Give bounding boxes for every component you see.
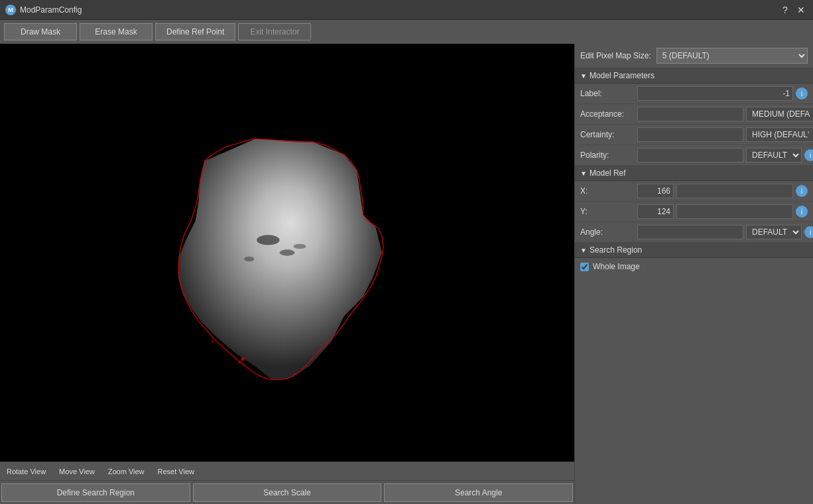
search-region-header: ▼ Search Region bbox=[575, 243, 813, 258]
svg-point-7 bbox=[211, 340, 214, 343]
search-region-title: Search Region bbox=[590, 245, 642, 255]
bottom-buttons: Define Search Region Search Scale Search… bbox=[0, 480, 574, 504]
whole-image-checkbox[interactable] bbox=[580, 263, 589, 271]
acceptance-input-left[interactable] bbox=[637, 107, 743, 121]
label-field-label: Label: bbox=[580, 89, 633, 98]
certainty-input-left[interactable] bbox=[637, 127, 743, 142]
empty-region bbox=[575, 275, 813, 504]
title-bar-controls: ? ✕ bbox=[779, 3, 808, 17]
reset-view-button[interactable]: Reset View bbox=[158, 468, 194, 475]
title-bar-left: M ModParamConfig bbox=[5, 5, 82, 15]
whole-image-label: Whole Image bbox=[593, 262, 640, 271]
polarity-select[interactable]: DEFAULT bbox=[746, 148, 802, 162]
y-info-icon[interactable]: i bbox=[796, 206, 808, 218]
right-panel: Edit Pixel Map Size: 5 (DEFAULT) ▼ Model… bbox=[574, 44, 813, 504]
toolbar: Draw Mask Erase Mask Define Ref Point Ex… bbox=[0, 20, 813, 44]
search-region-triangle-icon: ▼ bbox=[580, 247, 587, 254]
app-icon: M bbox=[5, 5, 16, 15]
x-label: X: bbox=[580, 186, 633, 196]
svg-point-1 bbox=[257, 235, 279, 245]
model-params-title: Model Parameters bbox=[590, 71, 655, 80]
label-input[interactable] bbox=[637, 86, 793, 101]
title-bar: M ModParamConfig ? ✕ bbox=[0, 0, 813, 20]
svg-point-6 bbox=[239, 361, 241, 363]
polarity-input-left[interactable] bbox=[637, 148, 743, 162]
close-button[interactable]: ✕ bbox=[794, 3, 808, 17]
y-input[interactable] bbox=[637, 204, 674, 219]
define-search-region-button[interactable]: Define Search Region bbox=[1, 483, 190, 502]
polarity-row: Polarity: DEFAULT i bbox=[575, 145, 813, 166]
help-button[interactable]: ? bbox=[779, 3, 792, 17]
search-angle-button[interactable]: Search Angle bbox=[384, 483, 573, 502]
x-info-icon[interactable]: i bbox=[796, 185, 808, 197]
move-view-button[interactable]: Move View bbox=[59, 468, 95, 475]
certainty-select[interactable]: HIGH (DEFAUL' bbox=[746, 127, 813, 142]
main-container: Draw Mask Erase Mask Define Ref Point Ex… bbox=[0, 20, 813, 504]
rotate-view-button[interactable]: Rotate View bbox=[7, 468, 46, 475]
y-row: Y: i bbox=[575, 202, 813, 222]
svg-point-5 bbox=[241, 357, 245, 361]
y-select[interactable] bbox=[676, 204, 793, 219]
angle-info-icon[interactable]: i bbox=[804, 226, 813, 238]
canvas-svg bbox=[0, 44, 574, 462]
x-select[interactable] bbox=[676, 184, 793, 198]
svg-point-4 bbox=[294, 244, 306, 249]
x-input[interactable] bbox=[637, 184, 674, 198]
model-ref-triangle-icon: ▼ bbox=[580, 170, 587, 177]
svg-point-3 bbox=[244, 257, 254, 262]
svg-point-2 bbox=[280, 249, 295, 256]
polarity-info-icon[interactable]: i bbox=[804, 149, 813, 161]
title-bar-title: ModParamConfig bbox=[20, 5, 82, 15]
angle-row: Angle: DEFAULT i bbox=[575, 222, 813, 243]
model-params-header: ▼ Model Parameters bbox=[575, 68, 813, 84]
whole-image-row: Whole Image bbox=[575, 258, 813, 275]
angle-label: Angle: bbox=[580, 227, 633, 237]
acceptance-row: Acceptance: MEDIUM (DEFA i bbox=[575, 104, 813, 125]
exit-interactor-button[interactable]: Exit Interactor bbox=[238, 23, 311, 40]
define-ref-point-button[interactable]: Define Ref Point bbox=[155, 23, 235, 40]
search-scale-button[interactable]: Search Scale bbox=[193, 483, 382, 502]
draw-mask-button[interactable]: Draw Mask bbox=[4, 23, 77, 40]
triangle-icon: ▼ bbox=[580, 72, 587, 80]
model-ref-title: Model Ref bbox=[590, 168, 626, 178]
x-row: X: i bbox=[575, 181, 813, 202]
content-area: Rotate View Move View Zoom View Reset Vi… bbox=[0, 44, 813, 504]
canvas-section: Rotate View Move View Zoom View Reset Vi… bbox=[0, 44, 574, 504]
acceptance-label: Acceptance: bbox=[580, 109, 633, 119]
certainty-row: Certainty: HIGH (DEFAUL' i bbox=[575, 125, 813, 145]
canvas-bottom-bar: Rotate View Move View Zoom View Reset Vi… bbox=[0, 462, 574, 480]
pixel-map-row: Edit Pixel Map Size: 5 (DEFAULT) bbox=[575, 44, 813, 68]
certainty-label: Certainty: bbox=[580, 130, 633, 139]
label-info-icon[interactable]: i bbox=[796, 88, 808, 99]
polarity-label: Polarity: bbox=[580, 151, 633, 160]
y-label: Y: bbox=[580, 207, 633, 216]
canvas-area bbox=[0, 44, 574, 462]
angle-select[interactable]: DEFAULT bbox=[746, 225, 802, 239]
erase-mask-button[interactable]: Erase Mask bbox=[80, 23, 153, 40]
zoom-view-button[interactable]: Zoom View bbox=[108, 468, 145, 475]
model-ref-header: ▼ Model Ref bbox=[575, 166, 813, 181]
acceptance-select[interactable]: MEDIUM (DEFA bbox=[746, 107, 813, 121]
pixel-map-select[interactable]: 5 (DEFAULT) bbox=[657, 48, 808, 64]
pixel-map-label: Edit Pixel Map Size: bbox=[580, 51, 651, 60]
angle-input-left[interactable] bbox=[637, 225, 743, 239]
label-row: Label: i bbox=[575, 84, 813, 104]
